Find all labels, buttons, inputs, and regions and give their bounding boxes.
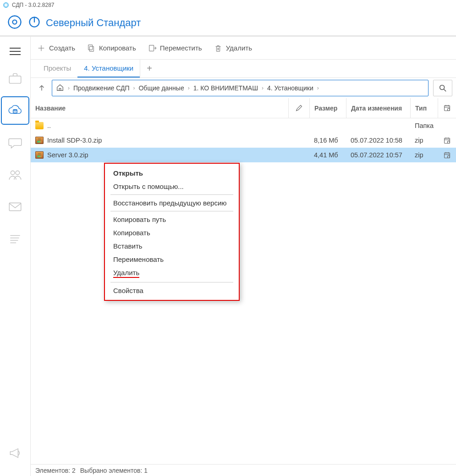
svg-point-21 bbox=[440, 85, 445, 90]
file-name: Server 3.0.zip bbox=[47, 151, 88, 159]
left-sidebar bbox=[0, 37, 31, 476]
breadcrumb-seg[interactable]: Общие данные bbox=[138, 84, 184, 92]
ctx-separator bbox=[110, 211, 233, 211]
col-calendar-header[interactable] bbox=[438, 98, 456, 118]
sidebar-users-icon[interactable] bbox=[1, 161, 29, 189]
main-area: Создать Копировать Переместить Удалить П… bbox=[31, 37, 456, 476]
status-bar: Элементов: 2 Выбрано элементов: 1 bbox=[31, 464, 456, 476]
sidebar-mail-icon[interactable] bbox=[1, 193, 29, 221]
ctx-paste[interactable]: Вставить bbox=[105, 239, 239, 253]
menu-button[interactable] bbox=[6, 42, 24, 61]
svg-rect-16 bbox=[89, 46, 93, 51]
ctx-copy[interactable]: Копировать bbox=[105, 226, 239, 239]
svg-point-27 bbox=[447, 108, 450, 111]
file-type: zip bbox=[410, 151, 438, 159]
logo-swirl-icon bbox=[6, 14, 23, 32]
sidebar-list-icon[interactable] bbox=[1, 225, 29, 253]
breadcrumb-row: › Продвижение СДП › Общие данные › 1. КО… bbox=[31, 78, 456, 98]
svg-rect-6 bbox=[14, 110, 16, 111]
delete-button[interactable]: Удалить bbox=[214, 44, 252, 52]
sidebar-cloud-save-icon[interactable] bbox=[1, 96, 29, 125]
col-edit-header[interactable] bbox=[288, 98, 309, 118]
status-elements: Элементов: 2 bbox=[35, 467, 76, 474]
breadcrumb-seg[interactable]: Продвижение СДП bbox=[73, 84, 129, 92]
ctx-properties[interactable]: Свойства bbox=[105, 284, 239, 297]
svg-point-37 bbox=[447, 155, 450, 158]
chevron-right-icon: › bbox=[131, 85, 137, 91]
archive-icon bbox=[35, 151, 44, 159]
table-header: Название Размер Дата изменения Тип bbox=[31, 98, 456, 118]
delete-label: Удалить bbox=[226, 44, 252, 52]
chevron-right-icon: › bbox=[186, 85, 192, 91]
tab-add-button[interactable]: + bbox=[140, 60, 159, 77]
calendar-icon bbox=[438, 137, 456, 144]
table-row[interactable]: Server 3.0.zip4,41 Мб05.07.2022 10:57zip bbox=[31, 148, 456, 162]
tab-installers[interactable]: 4. Установщики bbox=[77, 60, 140, 77]
svg-rect-17 bbox=[88, 44, 93, 50]
svg-point-8 bbox=[16, 171, 20, 175]
ctx-open[interactable]: Открыть bbox=[105, 166, 239, 180]
power-icon[interactable] bbox=[27, 15, 41, 30]
chevron-right-icon: › bbox=[315, 85, 321, 91]
tab-projects[interactable]: Проекты bbox=[37, 60, 77, 77]
file-name: Install SDP-3.0.zip bbox=[47, 137, 102, 144]
app-icon bbox=[3, 2, 9, 8]
ctx-open-with[interactable]: Открыть с помощью... bbox=[105, 180, 239, 193]
sidebar-chat-icon[interactable] bbox=[1, 128, 29, 157]
move-button[interactable]: Переместить bbox=[148, 44, 202, 52]
file-size: 4,41 Мб bbox=[309, 151, 346, 159]
create-label: Создать bbox=[49, 44, 75, 52]
app-header: Северный Стандарт bbox=[0, 10, 456, 37]
move-label: Переместить bbox=[160, 44, 202, 52]
context-menu: Открыть Открыть с помощью... Восстановит… bbox=[104, 163, 240, 301]
tabs-bar: Проекты 4. Установщики + bbox=[31, 60, 456, 78]
chevron-right-icon: › bbox=[66, 85, 71, 91]
create-button[interactable]: Создать bbox=[37, 44, 75, 52]
folder-icon bbox=[35, 122, 44, 129]
svg-line-22 bbox=[444, 89, 446, 92]
svg-point-7 bbox=[11, 171, 15, 175]
col-name-header[interactable]: Название bbox=[31, 98, 288, 118]
copy-label: Копировать bbox=[99, 44, 136, 52]
breadcrumb-path[interactable]: › Продвижение СДП › Общие данные › 1. КО… bbox=[52, 80, 429, 96]
svg-rect-18 bbox=[149, 45, 154, 51]
ctx-rename[interactable]: Переименовать bbox=[105, 253, 239, 266]
breadcrumb-seg[interactable]: 4. Установщики bbox=[267, 84, 313, 92]
tab-label: 4. Установщики bbox=[84, 64, 133, 72]
file-type: zip bbox=[410, 137, 438, 144]
calendar-icon bbox=[438, 151, 456, 159]
sidebar-announce-icon[interactable] bbox=[1, 438, 29, 467]
ctx-separator bbox=[110, 282, 233, 282]
action-toolbar: Создать Копировать Переместить Удалить bbox=[31, 37, 456, 60]
archive-icon bbox=[35, 137, 44, 144]
ctx-restore-prev[interactable]: Восстановить предыдущую версию bbox=[105, 196, 239, 210]
sidebar-briefcase-icon[interactable] bbox=[1, 64, 29, 93]
home-icon[interactable] bbox=[56, 83, 64, 93]
window-titlebar: СДП - 3.0.2.8287 bbox=[0, 0, 456, 10]
col-type-header[interactable]: Тип bbox=[410, 98, 438, 118]
file-size: 8,16 Мб bbox=[309, 137, 346, 144]
breadcrumb-seg[interactable]: 1. КО ВНИИМЕТМАШ bbox=[193, 84, 258, 92]
file-name: .. bbox=[47, 122, 51, 129]
copy-button[interactable]: Копировать bbox=[87, 44, 136, 52]
org-name: Северный Стандарт bbox=[46, 17, 141, 29]
file-type: Папка bbox=[410, 122, 438, 129]
svg-point-32 bbox=[447, 141, 450, 143]
svg-point-1 bbox=[13, 20, 17, 24]
col-date-header[interactable]: Дата изменения bbox=[346, 98, 410, 118]
col-size-header[interactable]: Размер bbox=[309, 98, 346, 118]
ctx-copy-path[interactable]: Копировать путь bbox=[105, 213, 239, 226]
window-title: СДП - 3.0.2.8287 bbox=[12, 2, 55, 8]
search-button[interactable] bbox=[433, 80, 452, 96]
chevron-right-icon: › bbox=[260, 85, 265, 91]
file-date: 05.07.2022 10:57 bbox=[346, 151, 410, 159]
svg-rect-4 bbox=[9, 76, 21, 83]
nav-up-button[interactable] bbox=[34, 81, 49, 95]
tab-label: Проекты bbox=[44, 64, 71, 72]
ctx-delete[interactable]: Удалить bbox=[105, 266, 239, 281]
file-date: 05.07.2022 10:58 bbox=[346, 137, 410, 144]
svg-rect-9 bbox=[9, 203, 21, 211]
file-table: Название Размер Дата изменения Тип ..Пап… bbox=[31, 98, 456, 464]
table-row[interactable]: ..Папка bbox=[31, 118, 456, 133]
table-row[interactable]: Install SDP-3.0.zip8,16 Мб05.07.2022 10:… bbox=[31, 133, 456, 148]
